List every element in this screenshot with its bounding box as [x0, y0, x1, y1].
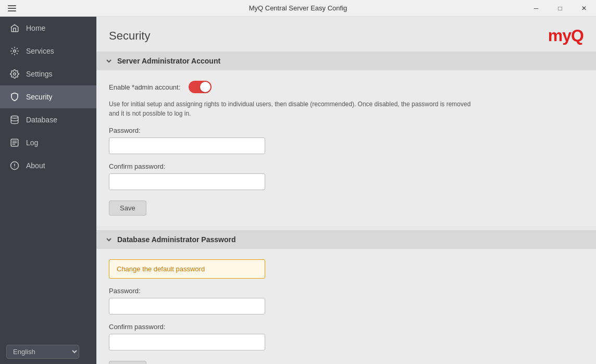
chevron-down-icon — [105, 57, 113, 65]
svg-rect-2 — [8, 10, 16, 11]
server-admin-body: Enable *admin account: Use for initial s… — [96, 70, 596, 226]
window-title: MyQ Central Server Easy Config — [249, 4, 347, 12]
content-header: Security myQ — [96, 17, 596, 52]
sidebar: Home Services Settings Security Database — [0, 17, 96, 364]
enable-row: Enable *admin account: — [109, 81, 583, 93]
warning-text: Change the default password — [117, 265, 205, 273]
sidebar-label-database: Database — [26, 116, 57, 124]
sidebar-item-database[interactable]: Database — [0, 108, 96, 131]
svg-point-3 — [14, 50, 16, 53]
logo-text: myQ — [548, 26, 583, 45]
enable-label: Enable *admin account: — [109, 83, 180, 91]
sidebar-label-settings: Settings — [26, 70, 53, 78]
sidebar-item-home[interactable]: Home — [0, 17, 96, 40]
save-button-db[interactable]: Save — [109, 361, 146, 364]
sidebar-label-log: Log — [26, 139, 38, 147]
minimize-button[interactable]: ─ — [524, 0, 548, 17]
log-icon — [9, 137, 20, 148]
settings-icon — [9, 69, 20, 79]
sidebar-item-services[interactable]: Services — [0, 40, 96, 62]
hamburger-menu[interactable] — [0, 0, 24, 17]
svg-point-4 — [11, 116, 18, 119]
confirm-password-input[interactable] — [109, 173, 265, 190]
sidebar-item-settings[interactable]: Settings — [0, 62, 96, 85]
sidebar-label-about: About — [26, 161, 45, 170]
server-admin-header[interactable]: Server Administrator Account — [96, 52, 596, 70]
app-body: Home Services Settings Security Database — [0, 17, 596, 364]
warning-box: Change the default password — [109, 259, 265, 279]
services-icon — [9, 46, 20, 56]
sidebar-item-about[interactable]: About — [0, 154, 96, 177]
window-controls: ─ □ ✕ — [524, 0, 596, 17]
sidebar-label-home: Home — [26, 24, 45, 32]
db-admin-title: Database Administrator Password — [117, 235, 235, 244]
sidebar-item-log[interactable]: Log — [0, 131, 96, 154]
logo-black: my — [548, 26, 571, 45]
svg-rect-1 — [8, 8, 16, 9]
save-button-admin[interactable]: Save — [109, 200, 146, 216]
password-label: Password: — [109, 127, 583, 134]
home-icon — [9, 23, 20, 33]
security-icon — [9, 92, 20, 102]
svg-rect-0 — [8, 5, 16, 6]
close-button[interactable]: ✕ — [572, 0, 596, 17]
language-selector-container: English Czech German French — [0, 340, 96, 364]
server-admin-title: Server Administrator Account — [117, 57, 220, 65]
sidebar-label-services: Services — [26, 47, 54, 55]
admin-info-text: Use for initial setup and assigning righ… — [109, 99, 474, 118]
logo: myQ — [548, 26, 583, 45]
about-icon — [9, 160, 20, 171]
db-admin-header[interactable]: Database Administrator Password — [96, 230, 596, 249]
db-password-input[interactable] — [109, 298, 265, 315]
page-title: Security — [109, 29, 150, 43]
sidebar-item-security[interactable]: Security — [0, 85, 96, 108]
logo-red: Q — [571, 26, 583, 45]
password-input[interactable] — [109, 137, 265, 154]
language-select[interactable]: English Czech German French — [6, 345, 79, 359]
admin-toggle[interactable] — [189, 81, 212, 93]
confirm-password-row: Confirm password: — [109, 162, 583, 190]
titlebar: MyQ Central Server Easy Config ─ □ ✕ — [0, 0, 596, 17]
db-admin-body: Change the default password Password: Co… — [96, 249, 596, 364]
db-password-label: Password: — [109, 287, 583, 295]
confirm-label: Confirm password: — [109, 162, 583, 170]
sidebar-label-security: Security — [26, 93, 53, 101]
content-area: Security myQ Server Administrator Accoun… — [96, 17, 596, 364]
chevron-down-icon-2 — [105, 235, 113, 244]
server-admin-section: Server Administrator Account Enable *adm… — [96, 52, 596, 226]
database-icon — [9, 115, 20, 125]
maximize-button[interactable]: □ — [548, 0, 572, 17]
toggle-knob — [200, 82, 210, 92]
db-admin-section: Database Administrator Password Change t… — [96, 230, 596, 364]
db-confirm-input[interactable] — [109, 334, 265, 350]
db-confirm-label: Confirm password: — [109, 323, 583, 331]
db-confirm-row: Confirm password: — [109, 323, 583, 350]
db-password-row: Password: — [109, 287, 583, 315]
password-row: Password: — [109, 127, 583, 154]
